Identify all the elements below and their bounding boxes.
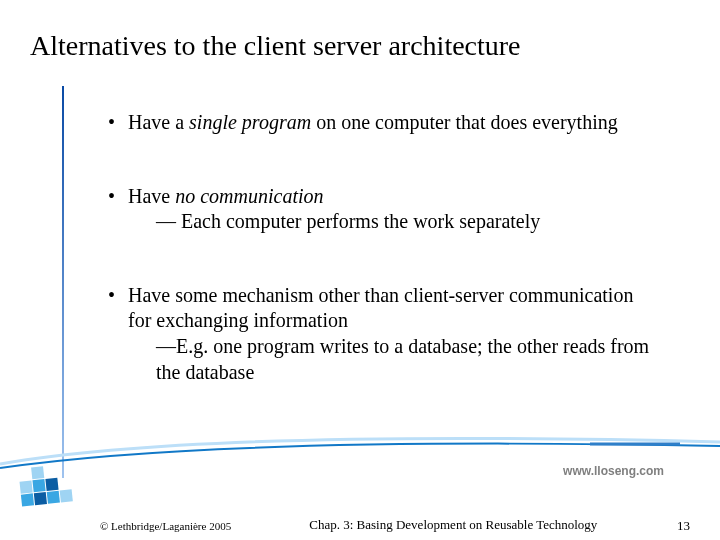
corner-squares-icon [18,463,73,506]
bullet-item: Have a single program on one computer th… [100,110,660,136]
slide-body: Have a single program on one computer th… [100,110,660,433]
slide: Alternatives to the client server archit… [0,0,720,540]
footer-page-number: 13 [630,518,690,534]
bullet-text-prefix: Have [128,185,175,207]
slide-footer: © Lethbridge/Laganière 2005 Chap. 3: Bas… [0,518,720,534]
footer-copyright: © Lethbridge/Laganière 2005 [100,518,277,532]
bullet-subline: —E.g. one program writes to a database; … [128,334,660,385]
slide-title: Alternatives to the client server archit… [30,30,690,62]
vertical-accent-rule [62,86,64,478]
footer-chapter: Chap. 3: Basing Development on Reusable … [277,518,630,533]
bullet-text-prefix: Have a [128,111,189,133]
bullet-text-emphasis: single program [189,111,311,133]
bullet-item: Have no communication — Each computer pe… [100,184,660,235]
bullet-text-emphasis: no communication [175,185,323,207]
bullet-text-suffix: Have some mechanism other than client-se… [128,284,633,332]
bullet-item: Have some mechanism other than client-se… [100,283,660,385]
website-label: www.lloseng.com [563,464,664,478]
bullet-subline: — Each computer performs the work separa… [128,209,660,235]
bullet-text-suffix: on one computer that does everything [311,111,618,133]
